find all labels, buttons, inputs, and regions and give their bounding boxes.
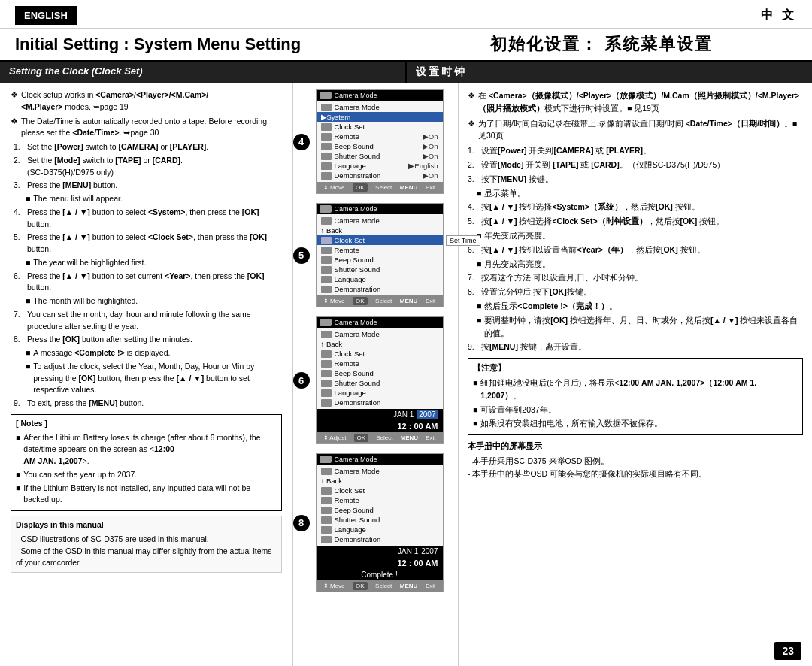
jan-label: JAN 1 xyxy=(398,547,418,556)
cn-step-num: 7. xyxy=(468,271,478,284)
bullet-text: Clock setup works in <Camera>/<Player>/<… xyxy=(21,89,208,114)
mi-label: Shutter Sound xyxy=(335,516,438,524)
mi-icon xyxy=(321,256,332,264)
cn-step-2: 2. 设置[Mode] 开关到 [TAPE] 或 [CARD]。（仅限SC-D3… xyxy=(468,159,803,171)
cn-bullet-sym: ❖ xyxy=(468,117,475,143)
sub-sym: ■ xyxy=(26,347,30,359)
cn-step-text: 设置[Mode] 开关到 [TAPE] 或 [CARD]。（仅限SC-D375(… xyxy=(481,159,725,171)
cn-sub-text: 月先变成高亮度。 xyxy=(484,258,550,271)
cn-bullet-1: ❖ 在 <Camera>（摄像模式）/<Player>（放像模式）/M.Cam（… xyxy=(468,89,803,115)
mi-label: Demonstration xyxy=(335,535,438,543)
menu-item-shutter: Shutter Sound xyxy=(317,265,443,274)
menu-item-lang: Language ▶English xyxy=(317,161,443,171)
exit-label: Exit xyxy=(426,583,435,589)
cn-bullet-text: 在 <Camera>（摄像模式）/<Player>（放像模式）/M.Cam（照片… xyxy=(478,89,803,115)
sub-sym: ■ xyxy=(26,295,30,307)
cn-step-3-sub: ■ 显示菜单。 xyxy=(477,187,803,200)
sub-text: The month will be highlighted. xyxy=(33,295,138,307)
chinese-top-title: 中 文 xyxy=(761,8,797,23)
ok-btn: OK xyxy=(353,297,368,305)
menu-item-demo: Demonstration xyxy=(317,284,443,294)
menu-items: Camera Mode ↑ Back Clock Set Remote xyxy=(317,465,443,546)
main-title-cn: 初始化设置： 系统菜单设置 xyxy=(406,33,797,56)
cam-icon xyxy=(320,456,332,463)
step-8-sub1: ■ A message <Complete !> is displayed. xyxy=(26,347,282,359)
cn-step-text: 设置完分钟后,按下[OK]按键。 xyxy=(481,286,592,298)
sub-text: A message <Complete !> is displayed. xyxy=(33,347,170,359)
section-header: Setting the Clock (Clock Set) 设置时钟 xyxy=(0,62,812,83)
sub-text: The menu list will appear. xyxy=(33,193,122,205)
left-intro-bullets: ❖ Clock setup works in <Camera>/<Player>… xyxy=(11,89,282,139)
mi-label: Remote xyxy=(335,132,423,141)
menu-item-back: ↑ Back xyxy=(317,226,443,235)
step-num: 5. xyxy=(14,232,24,256)
select-label: Select xyxy=(375,298,392,304)
step-3-sub: ■ The menu list will appear. xyxy=(26,193,282,205)
cn-display-2: - 本手册中的某些OSD 可能会与您的摄像机的实际项目略有不同。 xyxy=(468,468,803,480)
cn-step-num: 9. xyxy=(468,341,478,353)
step-6: 6. Press the [▲ / ▼] button to set curre… xyxy=(14,271,282,295)
displays-box: Displays in this manual - OSD illustrati… xyxy=(11,516,282,573)
mi-icon xyxy=(321,237,332,244)
diagram-bottom: ⇕ Move OK Select MENU Exit xyxy=(317,182,443,193)
mi-label: Beep Sound xyxy=(335,142,423,150)
diagram-8: Camera Mode Camera Mode ↑ Back Clock Set xyxy=(316,453,444,592)
cn-step-3: 3. 按下[MENU] 按键。 xyxy=(468,173,803,186)
cn-step-1: 1. 设置[Power] 开关到[CAMERA] 或 [PLAYER]。 xyxy=(468,144,803,157)
menu-item-remote: Remote xyxy=(317,495,443,505)
menu-label: MENU xyxy=(400,298,418,304)
diagram-area-8: 8 Camera Mode Camera Mode ↑ Back xyxy=(316,453,444,592)
step-text: Set the [Power] switch to [CAMERA] or [P… xyxy=(27,141,208,153)
cn-note-sym: ■ xyxy=(473,417,477,430)
note-2: ■ You can set the year up to 2037. xyxy=(16,469,277,481)
cn-step-text: 按[▲ / ▼] 按钮选择<System>（系统），然后按[OK] 按钮。 xyxy=(481,201,700,213)
note-sym: ■ xyxy=(16,483,20,507)
mi-label: Camera Mode xyxy=(335,467,438,475)
menu-item-lang: Language xyxy=(317,388,443,398)
mi-icon xyxy=(321,123,332,131)
step-badge-8: 8 xyxy=(293,515,310,531)
mi-label: Demonstration xyxy=(335,171,423,180)
ok-select-label: Select xyxy=(375,184,392,191)
diagram-area-4: 4 Camera Mode Camera Mode ▶System xyxy=(316,89,444,194)
cn-sub-sym: ■ xyxy=(477,187,481,200)
complete-row: Complete ! xyxy=(317,569,443,580)
note-sym: ■ xyxy=(16,432,20,468)
cam-mode-label: Camera Mode xyxy=(335,205,377,213)
step-num: 4. xyxy=(14,207,24,231)
mi-value: ▶English xyxy=(408,162,438,170)
time-row: 12 : 00 AM xyxy=(317,557,443,569)
step-num: 3. xyxy=(14,180,24,192)
step-4: 4. Press the [▲ / ▼] button to select <S… xyxy=(14,207,282,231)
step-5-sub: ■ The year will be highlighted first. xyxy=(26,257,282,269)
ok-select: OK xyxy=(353,183,368,192)
menu-item-clockset: Clock Set xyxy=(317,349,443,359)
cn-step-num: 1. xyxy=(468,144,478,157)
diagram-bottom: ⇕ Move OK Select MENU Exit xyxy=(317,295,443,307)
bullet-item: ❖ Clock setup works in <Camera>/<Player>… xyxy=(11,89,282,114)
diagram-bottom: ⇕ Move OK Select MENU Exit xyxy=(317,580,443,592)
cn-step-text: 按[MENU] 按键，离开设置。 xyxy=(481,341,586,353)
step-text: Press the [▲ / ▼] button to set current … xyxy=(27,271,282,295)
jan-label: JAN 1 xyxy=(393,410,414,419)
cn-step-5-sub: ■ 年先变成高亮度。 xyxy=(477,229,803,242)
mi-label: Shutter Sound xyxy=(335,379,438,387)
cn-displays-title: 本手册中的屏幕显示 xyxy=(468,440,803,453)
menu-item-beep: Beep Sound ▶On xyxy=(317,141,443,151)
cam-icon xyxy=(320,205,332,213)
mi-icon xyxy=(321,172,332,180)
bullet-item: ❖ The Date/Time is automatically recorde… xyxy=(11,116,282,140)
mi-label: Remote xyxy=(335,246,438,254)
cn-step-text: 按[▲ / ▼] 按钮选择<Clock Set>（时钟设置），然后按[OK] 按… xyxy=(481,215,724,228)
section-header-cn: 设置时钟 xyxy=(407,62,812,83)
diagram-4: Camera Mode Camera Mode ▶System Clock Se… xyxy=(316,89,444,194)
cn-bullets: ❖ 在 <Camera>（摄像模式）/<Player>（放像模式）/M.Cam（… xyxy=(468,89,803,142)
step-9: 9. To exit, press the [MENU] button. xyxy=(14,398,282,410)
menu-label: MENU xyxy=(400,434,418,441)
mi-icon xyxy=(321,497,332,504)
menu-item-back: ↑ Back xyxy=(317,339,443,349)
cn-step-num: 8. xyxy=(468,286,478,298)
cn-sub-text: 然后显示<Complete !>（完成！）。 xyxy=(484,300,617,313)
step-num: 2. xyxy=(14,155,24,179)
diagram-bottom: ⇕ Adjust OK Select MENU Exit xyxy=(317,432,443,443)
